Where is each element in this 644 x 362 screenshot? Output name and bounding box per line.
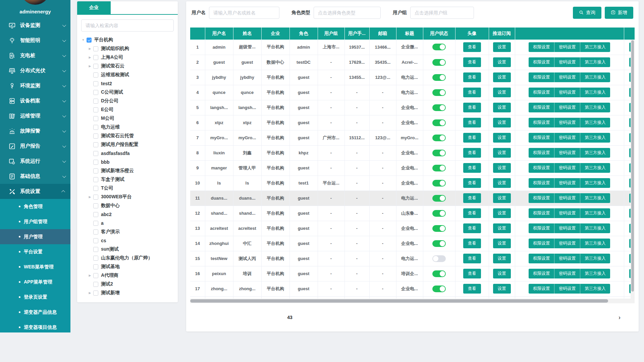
sidebar-item[interactable]: 运维管理 (0, 108, 70, 123)
tree-node[interactable]: 客户演示 (80, 227, 178, 236)
view-avatar-button[interactable]: 查看 (463, 208, 481, 218)
view-avatar-button[interactable]: 查看 (463, 254, 481, 263)
tree-node[interactable]: ▶测试组织机构 (80, 44, 178, 53)
tree-checkbox[interactable] (93, 134, 98, 139)
password-settings-button[interactable]: 密码设置 (554, 72, 580, 82)
third-party-access-button[interactable]: 第三方接入 (580, 57, 610, 67)
password-settings-button[interactable]: 密码设置 (554, 88, 580, 97)
status-toggle[interactable] (432, 104, 446, 111)
status-toggle[interactable] (432, 210, 446, 217)
vertical-scrollbar[interactable] (631, 40, 635, 299)
tree-checkbox[interactable] (93, 72, 98, 77)
password-settings-button[interactable]: 密码设置 (554, 118, 580, 127)
password-settings-button[interactable]: 密码设置 (554, 133, 580, 143)
permission-settings-button[interactable]: 权限设置 (529, 72, 554, 82)
tree-node[interactable]: ▶测试新增 (80, 289, 178, 297)
permission-settings-button[interactable]: 权限设置 (529, 223, 554, 233)
next-page-button[interactable]: › (618, 314, 621, 321)
sidebar-item[interactable]: 基础信息 (0, 169, 70, 184)
third-party-access-button[interactable]: 第三方接入 (580, 284, 610, 294)
password-settings-button[interactable]: 密码设置 (554, 239, 580, 248)
password-settings-button[interactable]: 密码设置 (554, 163, 580, 173)
status-toggle[interactable] (432, 270, 446, 277)
tree-checkbox[interactable] (93, 142, 98, 147)
status-toggle[interactable] (432, 225, 446, 232)
permission-settings-button[interactable]: 权限设置 (529, 239, 554, 248)
sidebar-item[interactable]: 分布式光伏 (0, 63, 70, 78)
permission-settings-button[interactable]: 权限设置 (529, 148, 554, 158)
tree-node[interactable]: 电力运维 (80, 123, 178, 132)
push-config-button[interactable]: 设置 (493, 239, 511, 248)
add-button[interactable]: 新增 (605, 7, 633, 19)
third-party-access-button[interactable]: 第三方接入 (580, 193, 610, 203)
group-filter-input[interactable] (410, 7, 474, 19)
third-party-access-button[interactable]: 第三方接入 (580, 163, 610, 173)
tree-checkbox[interactable] (93, 229, 98, 235)
status-toggle[interactable] (432, 44, 446, 50)
tree-checkbox[interactable] (93, 116, 98, 121)
sidebar-item[interactable]: 系统设置 (0, 184, 70, 199)
permission-settings-button[interactable]: 权限设置 (529, 284, 554, 294)
password-settings-button[interactable]: 密码设置 (554, 269, 580, 278)
permission-settings-button[interactable]: 权限设置 (529, 254, 554, 263)
view-avatar-button[interactable]: 查看 (463, 103, 481, 112)
sidebar-subitem[interactable]: 角色管理 (0, 199, 70, 214)
push-config-button[interactable]: 设置 (493, 178, 511, 188)
push-config-button[interactable]: 设置 (493, 269, 511, 278)
tree-node[interactable]: 运维巡检测试 (80, 70, 178, 79)
push-config-button[interactable]: 设置 (493, 223, 511, 233)
permission-settings-button[interactable]: 权限设置 (529, 178, 554, 188)
tree-checkbox[interactable] (93, 212, 98, 217)
password-settings-button[interactable]: 密码设置 (554, 178, 580, 188)
tree-node[interactable]: ▼平台机构 (80, 36, 178, 44)
password-settings-button[interactable]: 密码设置 (554, 103, 580, 112)
password-settings-button[interactable]: 密码设置 (554, 57, 580, 67)
tree-node[interactable]: 测试2 (80, 280, 178, 289)
view-avatar-button[interactable]: 查看 (463, 148, 481, 158)
sidebar-item[interactable]: 设备监测 (0, 18, 70, 33)
view-avatar-button[interactable]: 查看 (463, 269, 481, 278)
tree-checkbox[interactable] (93, 151, 98, 156)
tree-checkbox[interactable] (93, 55, 98, 60)
tree-node[interactable]: test2 (80, 79, 178, 88)
permission-settings-button[interactable]: 权限设置 (529, 163, 554, 173)
third-party-access-button[interactable]: 第三方接入 (580, 178, 610, 188)
status-toggle[interactable] (432, 195, 446, 202)
sidebar-item[interactable]: 系统运行 (0, 154, 70, 169)
permission-settings-button[interactable]: 权限设置 (529, 88, 554, 97)
view-avatar-button[interactable]: 查看 (463, 42, 481, 52)
tree-checkbox[interactable] (93, 90, 98, 95)
tree-checkbox[interactable] (93, 107, 98, 112)
push-config-button[interactable]: 设置 (493, 57, 511, 67)
tree-checkbox[interactable] (93, 125, 98, 130)
third-party-access-button[interactable]: 第三方接入 (580, 88, 610, 97)
view-avatar-button[interactable]: 查看 (463, 163, 481, 173)
caret-right-icon[interactable]: ▶ (87, 47, 93, 50)
third-party-access-button[interactable]: 第三方接入 (580, 118, 610, 127)
role-filter-input[interactable] (314, 7, 381, 19)
third-party-access-button[interactable]: 第三方接入 (580, 133, 610, 143)
third-party-access-button[interactable]: 第三方接入 (580, 269, 610, 278)
tree-node[interactable]: sun测试 (80, 245, 178, 254)
permission-settings-button[interactable]: 权限设置 (529, 208, 554, 218)
tree-checkbox[interactable] (93, 238, 98, 243)
push-config-button[interactable]: 设置 (493, 133, 511, 143)
tree-checkbox[interactable] (93, 256, 98, 261)
password-settings-button[interactable]: 密码设置 (554, 284, 580, 294)
horizontal-scrollbar-thumb[interactable] (190, 299, 608, 303)
tree-checkbox[interactable] (93, 46, 98, 51)
tree-checkbox[interactable] (93, 264, 98, 269)
tree-node[interactable]: asdfasfasdfa (80, 149, 178, 158)
tree-node[interactable]: cs (80, 236, 178, 245)
tree-checkbox[interactable] (93, 291, 98, 296)
tree-checkbox[interactable] (93, 203, 98, 208)
status-toggle[interactable] (432, 135, 446, 141)
sidebar-subitem[interactable]: 用户管理 (0, 229, 70, 244)
sidebar-subitem[interactable]: WEB菜单管理 (0, 259, 70, 274)
push-config-button[interactable]: 设置 (493, 103, 511, 112)
status-toggle[interactable] (432, 255, 446, 262)
third-party-access-button[interactable]: 第三方接入 (580, 148, 610, 158)
caret-down-icon[interactable]: ▼ (80, 38, 86, 42)
tree-checkbox[interactable] (87, 38, 92, 43)
status-toggle[interactable] (432, 286, 446, 292)
